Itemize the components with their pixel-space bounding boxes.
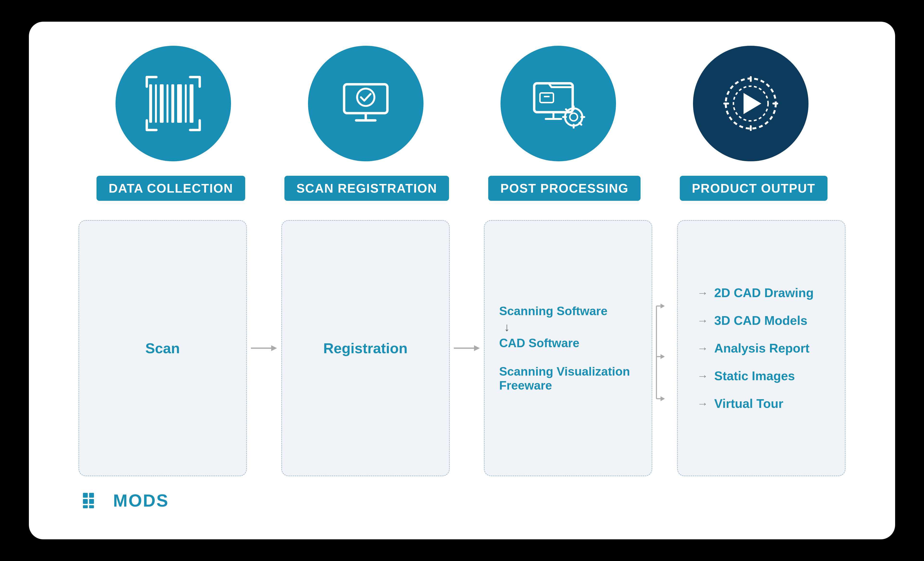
svg-rect-44 [89,493,94,498]
viz-freeware-label: Scanning Visualization Freeware [499,364,637,393]
svg-point-16 [570,113,578,121]
barcode-scan-icon [144,75,202,132]
svg-rect-3 [166,84,168,123]
output-label-static: Static Images [714,368,795,383]
mods-logo-text: MODS [113,491,169,510]
svg-marker-39 [660,354,665,359]
scan-label: Scan [146,340,180,356]
output-item-3d-cad: → 3D CAD Models [697,313,826,328]
svg-rect-7 [190,84,194,123]
mods-logo-icon [82,491,108,510]
circle-item-data-collection [116,46,231,161]
output-arrow-3-icon: → [697,341,708,355]
output-label-2d-cad: 2D CAD Drawing [714,286,813,300]
svg-rect-13 [540,93,554,102]
svg-marker-41 [660,396,665,401]
pp-group-viz: Scanning Visualization Freeware [499,364,637,393]
svg-rect-4 [171,84,174,123]
gear-arrow-icon [722,75,780,132]
post-process-inner: Scanning Software ↓ CAD Software Scannin… [499,304,637,393]
pp-group-software: Scanning Software ↓ CAD Software [499,304,637,350]
registration-box: Registration [281,220,450,476]
output-item-analysis: → Analysis Report [697,341,826,355]
svg-rect-5 [177,84,182,123]
right-bracket-icon [655,264,667,432]
circle-data-collection [116,46,231,161]
output-arrow-2-icon: → [697,314,708,327]
output-items: → 2D CAD Drawing → 3D CAD Models → Analy… [697,286,826,411]
output-item-2d-cad: → 2D CAD Drawing [697,286,826,300]
circle-item-scan-registration [308,46,423,161]
label-product-output: PRODUCT OUTPUT [680,176,827,201]
svg-marker-27 [744,93,761,114]
output-label-analysis: Analysis Report [714,341,810,355]
svg-marker-37 [660,304,665,308]
svg-rect-2 [160,84,164,123]
svg-rect-47 [83,505,88,508]
output-arrow-5-icon: → [697,397,708,410]
label-scan-registration: SCAN REGISTRATION [284,176,449,201]
svg-rect-46 [89,499,94,504]
circle-item-post-processing [501,46,616,161]
arrow-right-icon [249,342,278,354]
output-item-static: → Static Images [697,368,826,383]
svg-line-21 [566,109,568,111]
main-card: DATA COLLECTION SCAN REGISTRATION POST P… [29,22,895,539]
registration-label: Registration [323,340,408,356]
arrow-scan-to-registration [249,220,278,476]
svg-rect-45 [83,499,88,504]
cad-software-label: CAD Software [499,336,579,350]
svg-rect-43 [83,493,88,498]
circle-product-output [693,46,808,161]
svg-marker-33 [271,345,277,351]
circle-post-processing [501,46,616,161]
logo-row: MODS [77,491,847,510]
labels-row: DATA COLLECTION SCAN REGISTRATION POST P… [77,176,847,201]
circle-scan-registration [308,46,423,161]
arrow-registration-to-post [452,220,481,476]
output-label-virtual: Virtual Tour [714,396,783,411]
svg-rect-0 [149,84,152,123]
circle-item-product-output [693,46,808,161]
svg-rect-48 [89,505,94,508]
output-item-virtual: → Virtual Tour [697,396,826,411]
bracket-container [655,220,675,476]
circles-row [77,46,847,161]
post-processing-box: Scanning Software ↓ CAD Software Scannin… [484,220,652,476]
label-post-processing: POST PROCESSING [488,176,640,201]
svg-rect-14 [544,96,550,97]
content-row: Scan Registration Scanning Sof [77,220,847,476]
scanning-software-label: Scanning Software [499,304,608,318]
svg-marker-35 [474,345,480,351]
arrow-right-2-icon [452,342,481,354]
folder-gear-icon [530,75,587,132]
scan-box: Scan [78,220,247,476]
output-arrow-1-icon: → [697,286,708,299]
svg-rect-6 [185,84,187,123]
label-data-collection: DATA COLLECTION [96,176,245,201]
monitor-check-icon [337,75,394,132]
down-arrow-icon: ↓ [504,320,510,334]
product-output-box: → 2D CAD Drawing → 3D CAD Models → Analy… [677,220,846,476]
svg-line-22 [579,123,581,125]
svg-rect-1 [155,84,157,123]
output-arrow-4-icon: → [697,369,708,382]
output-label-3d-cad: 3D CAD Models [714,313,807,328]
svg-point-9 [357,89,374,106]
